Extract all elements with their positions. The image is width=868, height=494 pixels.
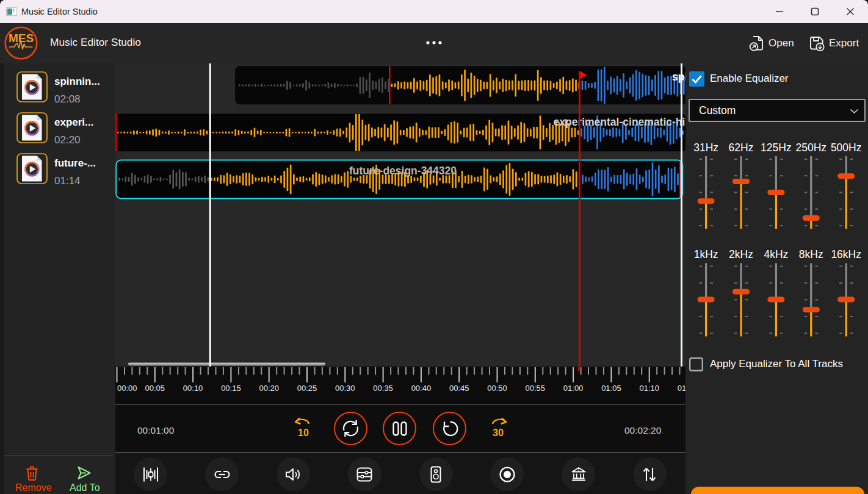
svg-text:future-design-344320: future-design-344320 [349,165,457,177]
svg-text:00:10: 00:10 [183,384,203,393]
svg-text:00:25: 00:25 [297,384,317,393]
svg-text:01:10: 01:10 [639,384,659,393]
svg-text:00:35: 00:35 [373,384,393,393]
svg-text:spi: spi [672,71,685,83]
svg-text:01:15: 01:15 [678,384,685,393]
svg-text:00:30: 00:30 [335,384,355,393]
svg-text:01:00: 01:00 [563,384,584,393]
svg-text:experimental-cinematic-hip: experimental-cinematic-hip [554,116,686,128]
svg-text:00:50: 00:50 [487,384,507,393]
svg-text:10: 10 [298,428,309,438]
svg-text:00:45: 00:45 [449,384,469,393]
svg-text:00:55: 00:55 [526,384,546,393]
svg-text:00:40: 00:40 [411,384,432,393]
svg-text:30: 30 [493,428,504,438]
svg-text:01:05: 01:05 [601,384,621,393]
svg-text:00:05: 00:05 [145,384,165,393]
svg-text:00:00: 00:00 [117,384,137,393]
svg-text:00:20: 00:20 [259,384,279,393]
svg-text:00:15: 00:15 [221,384,241,393]
